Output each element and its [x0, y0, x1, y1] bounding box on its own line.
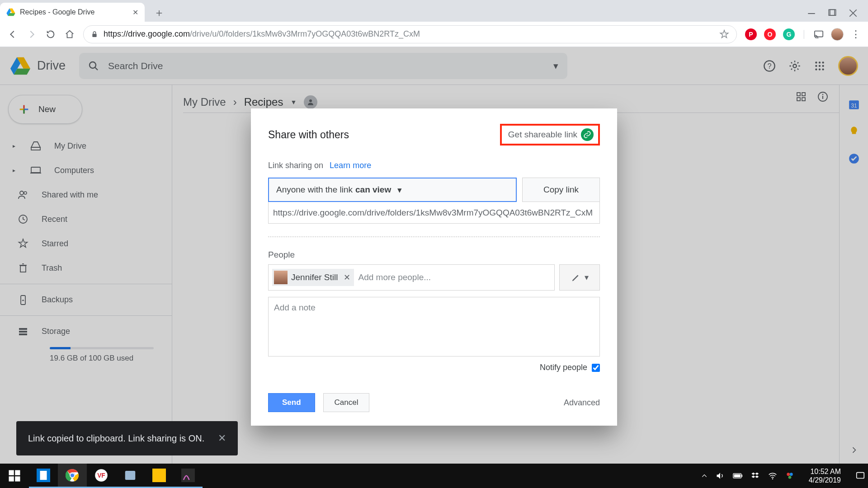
new-tab-button[interactable]: ＋ [151, 5, 167, 21]
battery-icon[interactable] [733, 473, 743, 479]
share-url-field[interactable]: https://drive.google.com/drive/folders/1… [268, 202, 600, 224]
link-icon [581, 128, 594, 141]
svg-point-78 [772, 478, 774, 479]
cancel-button[interactable]: Cancel [323, 393, 370, 412]
learn-more-link[interactable]: Learn more [330, 161, 371, 170]
address-bar[interactable]: https://drive.google.com/drive/u/0/folde… [83, 25, 737, 43]
taskbar-app-6[interactable] [174, 464, 203, 488]
svg-rect-61 [15, 470, 20, 475]
svg-rect-13 [815, 31, 823, 37]
svg-rect-74 [181, 469, 195, 482]
snackbar: Link copied to clipboard. Link sharing i… [16, 421, 238, 455]
add-people-placeholder: Add more people... [359, 272, 431, 282]
pencil-icon [571, 272, 581, 282]
svg-rect-62 [9, 476, 14, 481]
forward-button-icon[interactable] [26, 29, 37, 40]
clock-date: 4/29/2019 [809, 476, 841, 484]
notify-checkbox[interactable] [592, 364, 600, 372]
svg-rect-77 [734, 474, 740, 478]
grammarly-extension-icon[interactable]: G [783, 28, 795, 40]
get-shareable-link-label: Get shareable link [508, 130, 577, 140]
dropbox-tray-icon[interactable] [751, 471, 760, 480]
wifi-icon[interactable] [768, 471, 777, 480]
svg-text:VF: VF [97, 472, 105, 479]
svg-rect-72 [125, 471, 136, 480]
window-close-icon[interactable] [849, 9, 857, 17]
note-placeholder: Add a note [274, 303, 316, 312]
reload-button-icon[interactable] [45, 29, 56, 40]
divider [268, 236, 600, 237]
notify-label: Notify people [540, 363, 587, 372]
taskbar-clock[interactable]: 10:52 AM 4/29/2019 [802, 467, 847, 484]
drive-favicon-icon [6, 8, 15, 17]
chrome-menu-icon[interactable]: ⋮ [851, 28, 861, 40]
person-chip[interactable]: Jennifer Still ✕ [272, 269, 354, 286]
copy-link-label: Copy link [543, 185, 579, 195]
svg-rect-73 [152, 469, 166, 482]
send-button[interactable]: Send [268, 393, 315, 412]
link-sharing-status: Link sharing on [268, 161, 323, 170]
cast-icon[interactable] [814, 29, 824, 39]
taskbar-app-3[interactable]: VF [87, 464, 116, 488]
chip-remove-icon[interactable]: ✕ [344, 272, 350, 282]
pinterest-extension-icon[interactable]: P [745, 28, 757, 40]
tab-close-icon[interactable]: ✕ [132, 8, 138, 17]
svg-point-80 [790, 473, 793, 476]
windows-taskbar: VF 10:52 AM 4/29/2019 [0, 464, 868, 488]
tab-title: Recipes - Google Drive [20, 8, 128, 16]
link-permission-dropdown[interactable]: Anyone with the link can view ▾ [268, 178, 517, 202]
clock-time: 10:52 AM [809, 467, 841, 476]
maximize-icon[interactable] [828, 9, 836, 17]
start-button[interactable] [0, 464, 29, 488]
svg-rect-65 [40, 471, 47, 480]
tray-misc-icon[interactable] [785, 471, 794, 480]
svg-rect-76 [741, 474, 742, 477]
chevron-down-icon: ▾ [585, 272, 589, 282]
people-section-label: People [268, 250, 600, 260]
opera-extension-icon[interactable]: O [764, 28, 776, 40]
home-button-icon[interactable] [64, 29, 75, 40]
svg-point-81 [788, 476, 791, 479]
note-textarea[interactable]: Add a note [268, 297, 600, 357]
share-dialog: Share with others Get shareable link Lin… [251, 108, 617, 426]
get-shareable-link-button[interactable]: Get shareable link [500, 124, 600, 145]
chip-name: Jennifer Still [291, 272, 338, 282]
people-permission-dropdown[interactable]: ▾ [559, 264, 600, 291]
share-url-text: https://drive.google.com/drive/folders/1… [273, 208, 593, 218]
url-text: https://drive.google.com/drive/u/0/folde… [104, 29, 714, 39]
permission-mode: can view [355, 185, 391, 195]
taskbar-app-4[interactable] [116, 464, 145, 488]
notifications-icon[interactable] [855, 471, 865, 481]
lock-icon [91, 31, 98, 38]
tray-expand-icon[interactable] [701, 473, 708, 479]
system-tray: 10:52 AM 4/29/2019 [701, 467, 868, 484]
dialog-title: Share with others [268, 129, 349, 141]
browser-tab[interactable]: Recipes - Google Drive ✕ [0, 3, 145, 22]
profile-avatar-icon[interactable] [831, 28, 844, 41]
taskbar-app-5[interactable] [145, 464, 174, 488]
minimize-icon[interactable] [807, 9, 816, 17]
taskbar-app-1[interactable] [29, 464, 58, 488]
copy-link-button[interactable]: Copy link [522, 178, 600, 202]
taskbar-chrome-icon[interactable] [58, 464, 87, 488]
permission-prefix: Anyone with the link [276, 185, 353, 195]
people-input[interactable]: Jennifer Still ✕ Add more people... [268, 264, 555, 291]
svg-rect-6 [808, 13, 815, 14]
snackbar-close-icon[interactable]: ✕ [218, 432, 226, 444]
browser-tabstrip: Recipes - Google Drive ✕ ＋ [0, 0, 868, 22]
volume-icon[interactable] [716, 471, 725, 480]
chevron-down-icon: ▾ [397, 185, 402, 195]
browser-toolbar: https://drive.google.com/drive/u/0/folde… [0, 22, 868, 47]
svg-rect-82 [857, 473, 864, 479]
snackbar-text: Link copied to clipboard. Link sharing i… [28, 433, 204, 444]
extension-icons: P O G │ ⋮ [745, 28, 861, 41]
chip-avatar-icon [274, 271, 288, 284]
bookmark-star-icon[interactable] [719, 29, 729, 39]
back-button-icon[interactable] [7, 29, 18, 40]
svg-rect-63 [15, 476, 20, 481]
svg-rect-60 [9, 470, 14, 475]
svg-rect-12 [92, 33, 96, 37]
advanced-link[interactable]: Advanced [564, 398, 600, 408]
svg-point-79 [787, 473, 790, 476]
window-controls [807, 9, 868, 22]
